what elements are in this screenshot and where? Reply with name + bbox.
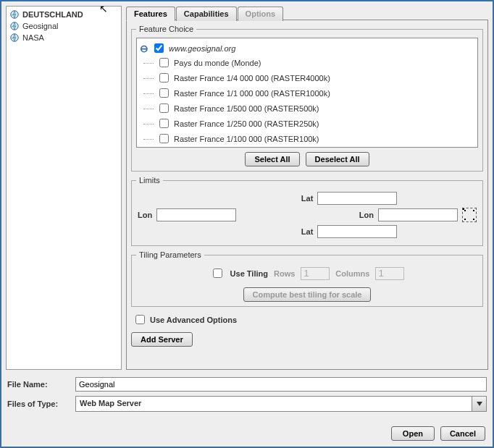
- tree-item[interactable]: Raster France 1/1 000 000 (RASTER1000k): [156, 85, 474, 101]
- files-of-type-combo[interactable]: Web Map Server: [75, 396, 487, 412]
- add-server-button[interactable]: Add Server: [131, 332, 193, 347]
- use-tiling-checkbox[interactable]: [213, 269, 222, 278]
- advanced-options-label: Use Advanced Options: [150, 316, 237, 324]
- tree-item-checkbox[interactable]: [159, 58, 169, 67]
- lon-left-input[interactable]: [156, 208, 236, 221]
- rows-label: Rows: [274, 269, 295, 278]
- file-name-input[interactable]: [75, 377, 487, 392]
- server-label: DEUTSCHLAND: [22, 10, 83, 19]
- tiling-legend: Tiling Parameters: [136, 250, 204, 259]
- tree-root-checkbox[interactable]: [154, 43, 164, 53]
- feature-tree[interactable]: ⊖ www.geosignal.org Pays du monde (Monde…: [136, 38, 478, 148]
- globe-icon: [9, 9, 20, 20]
- lon-right-label: Lon: [359, 211, 374, 219]
- select-all-button[interactable]: Select All: [245, 152, 299, 166]
- rows-input: [301, 267, 330, 280]
- lat-top-input[interactable]: [317, 192, 397, 205]
- open-button[interactable]: Open: [391, 426, 435, 441]
- lat-bottom-label: Lat: [301, 227, 314, 236]
- tab-features[interactable]: Features: [126, 7, 175, 21]
- files-of-type-label: Files of Type:: [7, 400, 72, 408]
- feature-choice-group: Feature Choice ⊖ www.geosignal.org Pays …: [131, 25, 483, 172]
- tree-item-checkbox[interactable]: [159, 88, 169, 98]
- lat-bottom-input[interactable]: [317, 225, 397, 238]
- lon-left-label: Lon: [138, 211, 152, 219]
- tree-root[interactable]: ⊖ www.geosignal.org: [140, 41, 474, 55]
- file-name-label: File Name:: [7, 380, 72, 389]
- tree-item[interactable]: Pays du monde (Monde): [156, 55, 474, 70]
- columns-input: [375, 267, 404, 280]
- tab-capabilities[interactable]: Capabilities: [176, 7, 237, 21]
- server-item-nasa[interactable]: NASA: [8, 32, 120, 43]
- tree-item-label: Raster France 1/1 000 000 (RASTER1000k): [174, 89, 330, 98]
- cancel-button[interactable]: Cancel: [440, 426, 485, 441]
- tree-item[interactable]: Raster France 1/500 000 (RASTER500k): [156, 101, 474, 116]
- tree-item-checkbox[interactable]: [159, 134, 169, 143]
- deselect-all-button[interactable]: Deselect All: [306, 152, 369, 166]
- lat-top-label: Lat: [301, 194, 314, 203]
- server-label: NASA: [22, 33, 44, 42]
- tree-expand-icon[interactable]: ⊖: [140, 43, 148, 54]
- tree-item-checkbox[interactable]: [159, 73, 169, 83]
- tab-bar: Features Capabilities Options: [126, 6, 488, 20]
- tree-item[interactable]: Raster France 1/50 000 (RASTER50k): [156, 146, 474, 148]
- limits-legend: Limits: [136, 176, 163, 185]
- tree-item-label: Raster France 1/250 000 (RASTER250k): [174, 119, 319, 128]
- use-tiling-label: Use Tiling: [230, 269, 268, 278]
- bounds-selector-button[interactable]: [462, 208, 477, 222]
- tab-content-features: Feature Choice ⊖ www.geosignal.org Pays …: [126, 20, 488, 370]
- server-label: Geosignal: [22, 22, 59, 30]
- tiling-group: Tiling Parameters Use Tiling Rows Column…: [131, 250, 483, 307]
- advanced-options-checkbox[interactable]: [135, 315, 145, 324]
- server-item-geosignal[interactable]: Geosignal: [8, 20, 120, 32]
- tree-root-label: www.geosignal.org: [169, 44, 235, 53]
- tree-item[interactable]: Raster France 1/250 000 (RASTER250k): [156, 116, 474, 131]
- tree-item-checkbox[interactable]: [159, 119, 169, 128]
- server-item-deutschland[interactable]: DEUTSCHLAND: [8, 9, 120, 20]
- limits-group: Limits Lat Lon Lon: [131, 176, 483, 246]
- tree-item-checkbox[interactable]: [159, 103, 169, 113]
- tree-item-label: Raster France 1/4 000 000 (RASTER4000k): [174, 74, 330, 83]
- advanced-options-row: Use Advanced Options: [131, 311, 483, 328]
- server-list[interactable]: DEUTSCHLAND Geosignal NASA: [6, 6, 122, 370]
- tree-item-label: Raster France 1/100 000 (RASTER100k): [174, 135, 319, 143]
- tree-item[interactable]: Raster France 1/4 000 000 (RASTER4000k): [156, 70, 474, 85]
- feature-choice-legend: Feature Choice: [136, 25, 196, 33]
- tree-item-label: Pays du monde (Monde): [174, 59, 261, 67]
- compute-tiling-button: Compute best tiling for scale: [243, 287, 372, 302]
- chevron-down-icon[interactable]: [472, 397, 486, 411]
- globe-icon: [9, 21, 20, 31]
- lon-right-input[interactable]: [378, 208, 458, 221]
- tab-options[interactable]: Options: [238, 7, 284, 21]
- columns-label: Columns: [335, 269, 369, 278]
- files-of-type-value: Web Map Server: [76, 397, 472, 411]
- tree-item-label: Raster France 1/500 000 (RASTER500k): [174, 104, 319, 113]
- globe-icon: [9, 33, 20, 43]
- tree-item[interactable]: Raster France 1/100 000 (RASTER100k): [156, 131, 474, 146]
